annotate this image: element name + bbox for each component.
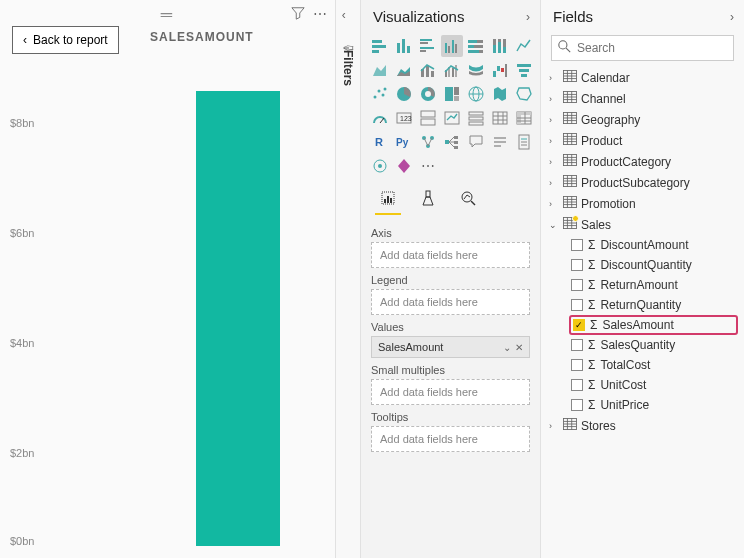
field-checkbox[interactable] [571,399,583,411]
svg-rect-81 [454,136,458,139]
multi-row-card-icon[interactable] [417,107,439,129]
line-clustered-column-icon[interactable] [441,59,463,81]
field-totalcost[interactable]: ΣTotalCost [569,355,738,375]
remove-field-icon[interactable]: ✕ [515,342,523,353]
search-input[interactable] [577,41,727,55]
table-stores[interactable]: ›Stores [547,415,738,436]
shape-map-icon[interactable] [513,83,535,105]
hundred-percent-bar-icon[interactable] [465,35,487,57]
table-calendar[interactable]: ›Calendar [547,67,738,88]
filters-pane-collapsed[interactable]: ‹ ✑ Filters [336,0,361,558]
field-checkbox[interactable] [571,339,583,351]
decomposition-tree-icon[interactable] [441,131,463,153]
gauge-icon[interactable] [369,107,391,129]
pie-chart-icon[interactable] [393,83,415,105]
arcgis-map-icon[interactable] [369,155,391,177]
line-stacked-column-icon[interactable] [417,59,439,81]
more-options-icon[interactable]: ⋯ [313,6,327,23]
stacked-column-chart-icon[interactable] [393,35,415,57]
waterfall-chart-icon[interactable] [489,59,511,81]
field-discountamount[interactable]: ΣDiscountAmount [569,235,738,255]
get-more-visuals-icon[interactable]: ⋯ [417,155,439,177]
chevron-down-icon[interactable]: ⌄ [503,342,511,353]
table-label: Geography [581,113,640,127]
drag-grip-icon[interactable]: ═ [161,6,174,24]
analytics-tab[interactable] [457,187,479,209]
fields-search[interactable] [551,35,734,61]
collapse-fields-icon[interactable]: › [730,10,734,24]
slicer-icon[interactable] [465,107,487,129]
field-checkbox[interactable]: ✓ [573,319,585,331]
field-checkbox[interactable] [571,359,583,371]
viz-property-tabs [361,177,540,215]
svg-rect-10 [445,43,447,53]
hundred-percent-column-icon[interactable] [489,35,511,57]
y-axis-label: $6bn [10,227,50,239]
field-checkbox[interactable] [571,379,583,391]
field-returnamount[interactable]: ΣReturnAmount [569,275,738,295]
fields-tab[interactable] [377,187,399,209]
svg-rect-5 [407,46,410,53]
table-geography[interactable]: ›Geography [547,109,738,130]
clustered-column-chart-icon[interactable] [441,35,463,57]
collapse-viz-icon[interactable]: › [526,10,530,24]
treemap-icon[interactable] [441,83,463,105]
field-label: DiscountQuantity [600,258,691,272]
field-salesamount[interactable]: ✓ΣSalesAmount [569,315,738,335]
table-product[interactable]: ›Product [547,130,738,151]
field-unitprice[interactable]: ΣUnitPrice [569,395,738,415]
table-promotion[interactable]: ›Promotion [547,193,738,214]
stacked-area-chart-icon[interactable] [393,59,415,81]
funnel-chart-icon[interactable] [513,59,535,81]
svg-text:R: R [375,136,383,148]
table-sales[interactable]: ⌄Sales [547,214,738,235]
field-checkbox[interactable] [571,299,583,311]
values-well-item[interactable]: SalesAmount ⌄ ✕ [371,336,530,358]
table-productcategory[interactable]: ›ProductCategory [547,151,738,172]
scatter-chart-icon[interactable] [369,83,391,105]
qna-visual-icon[interactable] [465,131,487,153]
axis-well[interactable]: Add data fields here [371,242,530,268]
field-checkbox[interactable] [571,259,583,271]
field-salesquantity[interactable]: ΣSalesQuantity [569,335,738,355]
r-script-visual-icon[interactable]: R [369,131,391,153]
field-checkbox[interactable] [571,279,583,291]
svg-rect-3 [397,43,400,53]
table-channel[interactable]: ›Channel [547,88,738,109]
field-checkbox[interactable] [571,239,583,251]
area-chart-icon[interactable] [369,59,391,81]
ribbon-chart-icon[interactable] [465,59,487,81]
filled-map-icon[interactable] [489,83,511,105]
filter-icon[interactable] [291,6,305,23]
power-apps-visual-icon[interactable] [393,155,415,177]
small-multiples-well[interactable]: Add data fields here [371,379,530,405]
back-to-report-button[interactable]: ‹ Back to report [12,26,119,54]
expand-filters-icon[interactable]: ‹ [342,8,346,22]
svg-rect-39 [521,74,527,77]
paginated-report-icon[interactable] [513,131,535,153]
stacked-bar-chart-icon[interactable] [369,35,391,57]
donut-chart-icon[interactable] [417,83,439,105]
table-productsubcategory[interactable]: ›ProductSubcategory [547,172,738,193]
chart-bar[interactable] [196,91,280,546]
column-chart[interactable]: $8bn $6bn $4bn $2bn $0bn [10,80,325,550]
visualization-type-picker: 123 R Py ⋯ [361,35,540,177]
kpi-icon[interactable] [441,107,463,129]
table-icon[interactable] [489,107,511,129]
key-influencers-icon[interactable] [417,131,439,153]
tooltips-well[interactable]: Add data fields here [371,426,530,452]
clustered-bar-chart-icon[interactable] [417,35,439,57]
format-tab[interactable] [417,187,439,209]
python-visual-icon[interactable]: Py [393,131,415,153]
report-canvas: ═ ⋯ ‹ Back to report SALESAMOUNT $8bn $6… [0,0,336,558]
field-unitcost[interactable]: ΣUnitCost [569,375,738,395]
matrix-icon[interactable] [513,107,535,129]
line-chart-icon[interactable] [513,35,535,57]
smart-narrative-icon[interactable] [489,131,511,153]
legend-well[interactable]: Add data fields here [371,289,530,315]
field-discountquantity[interactable]: ΣDiscountQuantity [569,255,738,275]
map-icon[interactable] [465,83,487,105]
field-returnquantity[interactable]: ΣReturnQuantity [569,295,738,315]
svg-rect-11 [448,46,450,53]
card-icon[interactable]: 123 [393,107,415,129]
